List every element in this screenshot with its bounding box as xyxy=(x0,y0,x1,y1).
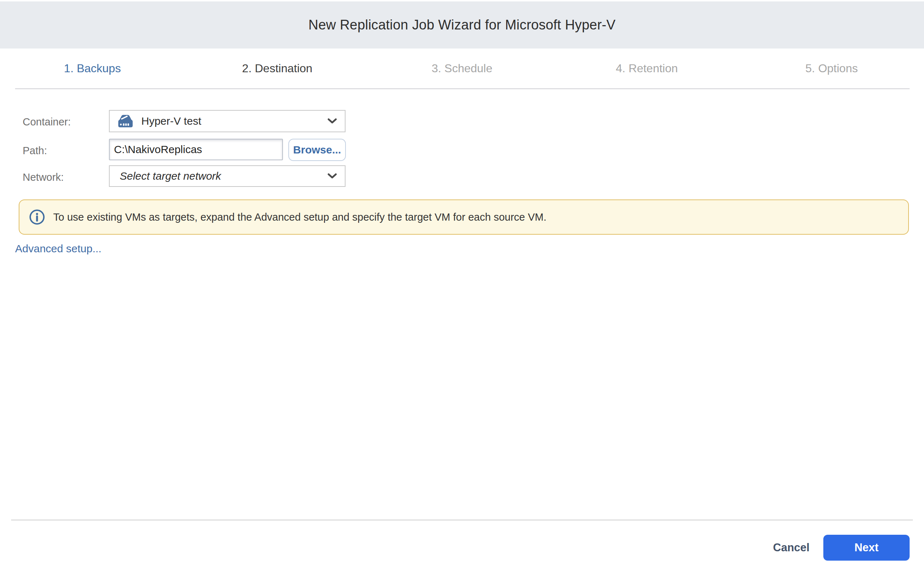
step-tab-retention: 4. Retention xyxy=(554,49,739,88)
info-icon xyxy=(29,209,45,226)
next-button[interactable]: Next xyxy=(823,535,910,561)
cancel-button[interactable]: Cancel xyxy=(773,535,809,561)
advanced-setup-link[interactable]: Advanced setup... xyxy=(15,243,102,255)
browse-button[interactable]: Browse... xyxy=(288,139,346,161)
step-tab-options: 5. Options xyxy=(739,49,924,88)
path-label: Path: xyxy=(23,145,47,157)
info-banner-text: To use existing VMs as targets, expand t… xyxy=(53,211,547,223)
wizard-header: New Replication Job Wizard for Microsoft… xyxy=(0,2,924,49)
path-input[interactable] xyxy=(109,139,283,160)
wizard-steps: 1. Backups 2. Destination 3. Schedule 4.… xyxy=(0,49,924,88)
network-select-placeholder: Select target network xyxy=(120,170,221,182)
network-label: Network: xyxy=(23,172,64,183)
info-banner: To use existing VMs as targets, expand t… xyxy=(19,199,909,235)
steps-divider xyxy=(15,88,910,89)
container-select-value: Hyper-V test xyxy=(141,115,201,127)
container-select[interactable]: Hyper-V test xyxy=(109,110,345,132)
chevron-down-icon xyxy=(328,118,337,124)
chevron-down-icon xyxy=(328,173,337,179)
hyperv-host-icon xyxy=(117,114,134,128)
page-title: New Replication Job Wizard for Microsoft… xyxy=(309,17,615,33)
step-tab-schedule: 3. Schedule xyxy=(370,49,554,88)
network-select[interactable]: Select target network xyxy=(109,165,345,187)
step-tab-destination[interactable]: 2. Destination xyxy=(185,49,370,88)
step-tab-backups[interactable]: 1. Backups xyxy=(0,49,185,88)
footer-divider xyxy=(11,519,913,520)
container-label: Container: xyxy=(23,116,71,128)
